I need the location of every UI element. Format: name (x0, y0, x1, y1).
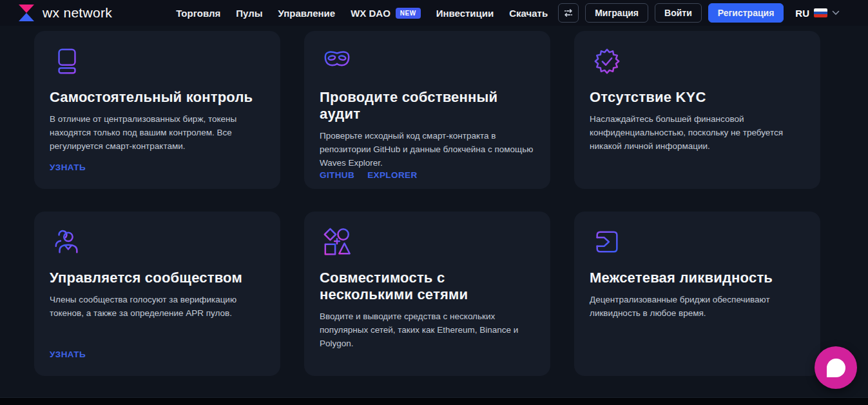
language-selector[interactable]: RU (795, 8, 840, 19)
card-title: Проводите собственный аудит (320, 89, 535, 123)
language-code: RU (795, 8, 809, 19)
nav-item-governance[interactable]: Управление (278, 8, 335, 19)
nav-item-invest[interactable]: Инвестиции (436, 8, 494, 19)
card-body: В отличие от централизованных бирж, токе… (50, 113, 265, 153)
swap-arrows-icon (563, 8, 574, 18)
card-title: Совместимость с несколькими сетями (320, 270, 535, 303)
card-crosschain-liquidity: Межсетевая ликвидность Децентрализованны… (574, 212, 820, 376)
card-multichain: Совместимость с несколькими сетями Вводи… (304, 212, 550, 376)
signup-button[interactable]: Регистрация (708, 3, 784, 23)
card-body: Вводите и выводите средства с нескольких… (320, 310, 535, 351)
brand-logo[interactable]: wx network (18, 4, 112, 22)
swap-transfer-button[interactable] (558, 3, 579, 23)
learn-link[interactable]: УЗНАТЬ (50, 350, 86, 359)
card-body: Децентрализованные бриджи обеспечивают л… (590, 293, 805, 321)
feature-cards-grid: Самостоятельный контроль В отличие от це… (34, 31, 868, 376)
crosschain-liquidity-icon (592, 227, 622, 257)
chat-bubble-icon (827, 359, 845, 377)
audit-mask-icon (322, 46, 352, 76)
github-link[interactable]: GITHUB (320, 170, 354, 180)
card-self-custody: Самостоятельный контроль В отличие от це… (34, 31, 280, 189)
learn-link[interactable]: УЗНАТЬ (50, 163, 86, 172)
card-body: Члены сообщества голосуют за верификацию… (50, 293, 265, 321)
card-body: Проверьте исходный код смарт-контракта в… (320, 130, 535, 170)
card-title: Отсутствие KYC (590, 89, 805, 106)
nav-item-wxdao[interactable]: WX DAO NEW (351, 8, 421, 19)
card-community-governed: Управляется сообществом Члены сообщества… (34, 212, 280, 376)
new-badge: NEW (396, 8, 421, 19)
wx-logo-icon (18, 4, 35, 22)
card-title: Межсетевая ликвидность (590, 270, 805, 286)
multichain-shapes-icon (322, 227, 352, 257)
card-title: Управляется сообществом (50, 270, 265, 286)
russian-flag-icon (814, 8, 827, 17)
top-navigation: wx network Торговля Пулы Управление WX D… (0, 0, 868, 26)
migration-button[interactable]: Миграция (585, 3, 648, 23)
badge-check-icon (592, 46, 622, 76)
nav-item-trading[interactable]: Торговля (176, 8, 220, 19)
login-button[interactable]: Войти (655, 3, 702, 23)
explorer-link[interactable]: EXPLORER (367, 170, 417, 180)
chat-widget-button[interactable] (815, 346, 857, 389)
nav-controls: Миграция Войти Регистрация RU (558, 3, 840, 23)
nav-item-download[interactable]: Скачать (509, 8, 548, 19)
card-own-audit: Проводите собственный аудит Проверьте ис… (304, 31, 550, 189)
chevron-down-icon (832, 10, 840, 15)
card-body: Наслаждайтесь большей финансовой конфиде… (590, 113, 805, 153)
card-title: Самостоятельный контроль (50, 89, 265, 106)
brand-name: wx network (43, 5, 112, 21)
community-icon (52, 227, 82, 257)
section-divider (0, 397, 868, 405)
nav-item-pools[interactable]: Пулы (236, 8, 262, 19)
nav-menu: Торговля Пулы Управление WX DAO NEW Инве… (176, 8, 548, 19)
card-no-kyc: Отсутствие KYC Наслаждайтесь большей фин… (574, 31, 820, 189)
self-custody-icon (52, 46, 82, 76)
